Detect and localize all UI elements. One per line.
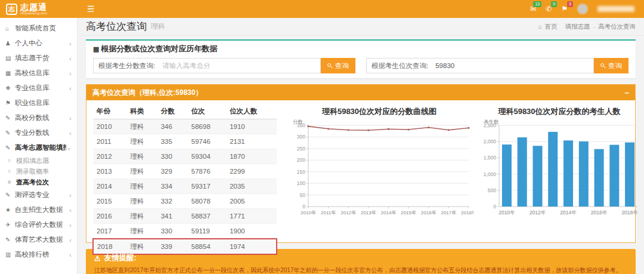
sidebar-navigation: ⌂智能系统首页♟个人中心‹▤填志愿干货‹▦高校信息库‹❖专业信息库‹⚑职业信息库…: [0, 18, 78, 274]
sidebar-item-comprehensive-evaluation[interactable]: ✈综合评价大数据‹: [0, 217, 77, 232]
circle-icon: ○: [8, 158, 16, 164]
main-content: 高考位次查询 理科 ⌂ 首页 填报志愿 - 高考位次查询 ▦ 根据分数或位次查询…: [78, 18, 644, 274]
table-cell: 58854: [188, 239, 226, 254]
grid-icon: ▦: [93, 45, 99, 53]
notice-text: 江苏地区直到2017年开始官方才正式公布一分一段位次表，因此系统中2017年之前…: [94, 266, 627, 274]
notice-title: 友情提醒:: [104, 253, 137, 263]
sidebar-item-independent-admission[interactable]: ★自主招生大数据‹: [0, 202, 77, 217]
table-row: 2015理科332580782005: [93, 194, 277, 209]
breadcrumb-home[interactable]: 首页: [545, 23, 558, 31]
notification-mail[interactable]: ✉13: [530, 5, 536, 13]
rank-query-input[interactable]: [433, 62, 593, 69]
sidebar-item-label: 填志愿干货: [15, 54, 69, 63]
result-panel-header: 高考位次查询（理科,位次:59830） −: [86, 85, 635, 100]
chevron-left-icon: ‹: [69, 115, 72, 122]
chart-icon: ▥: [5, 251, 15, 258]
score-query-label: 根据考生分数查询:: [94, 61, 160, 70]
table-cell: 2131: [226, 134, 277, 149]
search-icon: [327, 63, 333, 69]
user-avatar[interactable]: [577, 4, 588, 14]
table-cell: 58698: [188, 119, 226, 134]
table-cell: 2018: [93, 239, 126, 254]
chevron-down-icon: ⌄: [66, 144, 72, 152]
table-cell: 2014: [93, 179, 126, 194]
table-column-header: 位次人数: [226, 104, 277, 119]
app-logo[interactable]: 志 志愿通 zhiyuantong.com: [0, 3, 78, 15]
rank-query-group: 根据考生位次查询: 查询: [366, 58, 628, 73]
breadcrumb-separator: -: [593, 23, 596, 30]
svg-text:300: 300: [296, 134, 305, 140]
chevron-left-icon: ‹: [69, 192, 72, 199]
breadcrumb-current: 高考位次查询: [598, 23, 636, 31]
notification-alert[interactable]: ⚑3: [561, 5, 568, 13]
sidebar-item-career-library[interactable]: ⚑职业信息库: [0, 96, 77, 110]
breadcrumb-fill[interactable]: 填报志愿: [565, 23, 590, 31]
sidebar-subitem-gaokao-rank-query[interactable]: ○查高考位次: [0, 177, 77, 187]
sidebar-item-college-ranking[interactable]: ▥高校排行榜‹: [0, 247, 77, 262]
score-query-input[interactable]: [160, 62, 320, 69]
table-cell: 理科: [126, 119, 157, 134]
svg-text:2010年: 2010年: [301, 210, 316, 215]
svg-text:350: 350: [296, 122, 305, 128]
sidebar-item-college-library[interactable]: ▦高校信息库‹: [0, 66, 77, 81]
edit-icon: ✎: [5, 144, 15, 151]
sidebar-item-label: 专业分数线: [15, 128, 69, 137]
hamburger-menu-icon[interactable]: ☰: [87, 4, 95, 14]
chevron-left-icon: ‹: [69, 85, 72, 92]
collapse-panel-button[interactable]: −: [624, 89, 629, 97]
score-query-button[interactable]: 查询: [321, 58, 355, 73]
sidebar-item-major-evaluation[interactable]: ✎测评选专业‹: [0, 187, 77, 202]
svg-text:2010年: 2010年: [499, 210, 515, 215]
chevron-left-icon: ‹: [69, 40, 72, 47]
notification-chat[interactable]: ✆0: [546, 5, 552, 13]
svg-text:500: 500: [488, 187, 496, 193]
sidebar-subitem-label: 模拟填志愿: [16, 156, 49, 165]
table-cell: 1771: [226, 209, 277, 224]
table-cell: 330: [157, 149, 188, 164]
table-cell: 2013: [93, 164, 126, 179]
table-cell: 理科: [126, 134, 157, 149]
candidates-bar-chart: 理科59830位次对应分数的考生人数 考生数05001,0001,5002,00…: [475, 104, 643, 238]
sidebar-item-sports-art[interactable]: ✎体育艺术大数据‹: [0, 232, 77, 247]
chevron-left-icon: ‹: [69, 130, 72, 137]
sidebar-item-label: 高考志愿智能填报: [15, 143, 66, 152]
svg-text:2,000: 2,000: [484, 138, 497, 144]
rank-query-button[interactable]: 查询: [594, 58, 628, 73]
edit-icon: ✎: [5, 130, 15, 136]
sidebar-subitem-admission-probability[interactable]: ○测录取概率: [0, 166, 77, 177]
sidebar-item-major-scoreline[interactable]: ✎专业分数线‹: [0, 125, 77, 140]
rank-query-label: 根据考生位次查询:: [367, 61, 433, 70]
notification-badge: 3: [567, 1, 573, 7]
table-column-header: 位次: [188, 104, 226, 119]
sidebar-subitem-label: 查高考位次: [16, 178, 49, 187]
sidebar-item-major-library[interactable]: ❖专业信息库‹: [0, 81, 77, 96]
table-cell: 2015: [93, 194, 126, 209]
page-title: 高考位次查询: [86, 20, 147, 33]
warning-icon: ⚠: [94, 254, 101, 263]
notification-badge: 0: [551, 1, 557, 7]
table-cell: 330: [157, 224, 188, 239]
logo-title: 志愿通: [20, 3, 47, 11]
sidebar-subitem-mock-fill[interactable]: ○模拟填志愿: [0, 155, 77, 166]
sidebar-item-smart-fill[interactable]: ✎高考志愿智能填报⌄: [0, 140, 77, 155]
sidebar-item-zhiyuan-tips[interactable]: ▤填志愿干货‹: [0, 51, 77, 66]
table-cell: 2016: [93, 209, 126, 224]
table-cell: 理科: [126, 224, 157, 239]
table-cell: 理科: [126, 194, 157, 209]
table-cell: 理科: [126, 164, 157, 179]
table-cell: 2035: [226, 179, 277, 194]
bar-chart-svg: 考生数05001,0001,5002,0002,5002010年2012年201…: [476, 118, 642, 221]
logo-mark-icon: 志: [6, 4, 17, 15]
top-header-bar: 志 志愿通 zhiyuantong.com ☰ ✉13✆0⚑3: [0, 0, 644, 18]
sidebar-item-personal-center[interactable]: ♟个人中心‹: [0, 36, 77, 51]
book-icon: ▤: [5, 55, 15, 61]
svg-text:1,000: 1,000: [484, 171, 497, 177]
table-cell: 341: [157, 209, 188, 224]
svg-text:2016年: 2016年: [420, 210, 436, 215]
search-icon: [600, 63, 606, 69]
sidebar-item-college-scoreline[interactable]: ✎高校分数线‹: [0, 110, 77, 125]
svg-text:2,500: 2,500: [484, 122, 497, 128]
table-row: 2010理科346586981910: [93, 119, 277, 134]
sidebar-item-system-home[interactable]: ⌂智能系统首页: [0, 21, 77, 36]
svg-text:2012年: 2012年: [340, 210, 356, 215]
